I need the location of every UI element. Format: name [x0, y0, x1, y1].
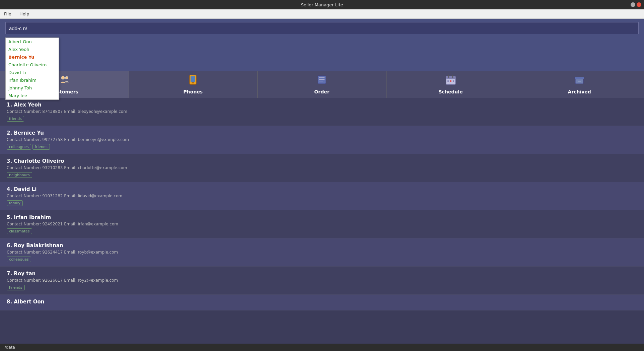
- customer-tags: colleagues: [7, 257, 637, 262]
- table-row[interactable]: 1. Alex Yeoh Contact Number: 87438807 Em…: [0, 98, 644, 126]
- customer-name: 7. Roy tan: [7, 271, 637, 277]
- svg-rect-18: [453, 80, 454, 82]
- customer-tags: friends: [7, 116, 637, 122]
- customer-list[interactable]: 1. Alex Yeoh Contact Number: 87438807 Em…: [0, 98, 644, 344]
- customer-contact: Contact Number: 92492021 Email: irfan@ex…: [7, 222, 637, 226]
- customer-name: 1. Alex Yeoh: [7, 102, 637, 108]
- archived-icon: [574, 74, 585, 87]
- order-icon: [316, 74, 327, 87]
- menu-bar: File Help: [0, 9, 644, 19]
- nav-tab-phones[interactable]: Phones: [129, 71, 258, 98]
- customer-contact: Contact Number: 93210283 Email: charlott…: [7, 165, 637, 170]
- autocomplete-item[interactable]: Bernice Yu: [6, 53, 59, 61]
- header-area: [0, 38, 644, 71]
- customer-name: 2. Bernice Yu: [7, 130, 637, 136]
- customer-tags: neighbours: [7, 172, 637, 178]
- customer-name: 3. Charlotte Oliveiro: [7, 158, 637, 164]
- svg-point-4: [65, 76, 68, 79]
- customer-name: 5. Irfan Ibrahim: [7, 214, 637, 220]
- customer-name: 4. David Li: [7, 186, 637, 192]
- customer-contact: Contact Number: 99272758 Email: bernicey…: [7, 137, 637, 142]
- svg-rect-19: [575, 77, 584, 79]
- tag: colleagues: [7, 144, 31, 150]
- tag: family: [7, 200, 23, 206]
- customer-contact: Contact Number: 87438807 Email: alexyeoh…: [7, 109, 637, 114]
- customer-tags: colleaguesfriends: [7, 144, 637, 150]
- autocomplete-item[interactable]: Johnny Toh: [6, 84, 59, 92]
- tab-label: Order: [314, 89, 329, 94]
- tag: friends: [7, 116, 24, 122]
- close-button[interactable]: [637, 2, 641, 7]
- table-row[interactable]: 4. David Li Contact Number: 91031282 Ema…: [0, 182, 644, 210]
- minimize-button[interactable]: [631, 2, 635, 7]
- table-row[interactable]: 7. Roy tan Contact Number: 92626617 Emai…: [0, 267, 644, 295]
- tab-label: Archived: [568, 89, 591, 94]
- customer-tags: family: [7, 200, 637, 206]
- table-row[interactable]: 5. Irfan Ibrahim Contact Number: 9249202…: [0, 210, 644, 238]
- svg-rect-13: [446, 76, 455, 79]
- tag: neighbours: [7, 172, 32, 178]
- file-menu[interactable]: File: [3, 11, 13, 17]
- table-row[interactable]: 8. Albert Oon: [0, 295, 644, 310]
- svg-rect-17: [450, 80, 451, 82]
- table-row[interactable]: 6. Roy Balakrishnan Contact Number: 9262…: [0, 238, 644, 267]
- svg-point-3: [61, 76, 65, 79]
- status-text: ./data: [3, 345, 15, 350]
- svg-rect-16: [447, 80, 449, 82]
- search-bar-wrapper: Albert OonAlex YeohBernice YuCharlotte O…: [0, 19, 644, 38]
- nav-tabs: Customers Phones Order Schedule Archived: [0, 71, 644, 98]
- tab-label: Schedule: [439, 89, 463, 94]
- window-controls: [631, 2, 641, 7]
- search-input[interactable]: [5, 22, 639, 34]
- autocomplete-item[interactable]: Alex Yeoh: [6, 46, 59, 53]
- nav-tab-order[interactable]: Order: [258, 71, 386, 98]
- nav-tab-archived[interactable]: Archived: [515, 71, 644, 98]
- customer-name: 6. Roy Balakrishnan: [7, 242, 637, 249]
- tag: classmates: [7, 228, 32, 234]
- customer-name: 8. Albert Oon: [7, 299, 637, 305]
- customer-contact: Contact Number: 92626617 Email: roy2@exa…: [7, 278, 637, 283]
- autocomplete-item[interactable]: Mary lee: [6, 92, 59, 99]
- app-title: Seller Manager Lite: [301, 2, 343, 7]
- tag: friends: [32, 144, 50, 150]
- schedule-icon: [445, 74, 456, 87]
- autocomplete-item[interactable]: Irfan Ibrahim: [6, 76, 59, 84]
- svg-rect-6: [191, 76, 195, 82]
- title-bar: Seller Manager Lite: [0, 0, 644, 9]
- customer-tags: classmates: [7, 228, 637, 234]
- customers-icon: [59, 74, 70, 87]
- nav-tab-schedule[interactable]: Schedule: [386, 71, 515, 98]
- customer-tags: Friends: [7, 285, 637, 290]
- status-bar: ./data: [0, 344, 644, 351]
- autocomplete-item[interactable]: Albert Oon: [6, 38, 59, 46]
- tab-label: Phones: [184, 89, 203, 94]
- autocomplete-dropdown: Albert OonAlex YeohBernice YuCharlotte O…: [5, 38, 59, 100]
- table-row[interactable]: 3. Charlotte Oliveiro Contact Number: 93…: [0, 154, 644, 182]
- customer-contact: Contact Number: 92624417 Email: royb@exa…: [7, 250, 637, 255]
- autocomplete-item[interactable]: Charlotte Oliveiro: [6, 61, 59, 69]
- table-row[interactable]: 2. Bernice Yu Contact Number: 99272758 E…: [0, 126, 644, 154]
- autocomplete-item[interactable]: David Li: [6, 69, 59, 76]
- svg-rect-7: [192, 82, 194, 83]
- phones-icon: [188, 74, 198, 87]
- tag: colleagues: [7, 257, 31, 262]
- customer-contact: Contact Number: 91031282 Email: lidavid@…: [7, 194, 637, 198]
- help-menu[interactable]: Help: [18, 11, 31, 17]
- tag: Friends: [7, 285, 25, 290]
